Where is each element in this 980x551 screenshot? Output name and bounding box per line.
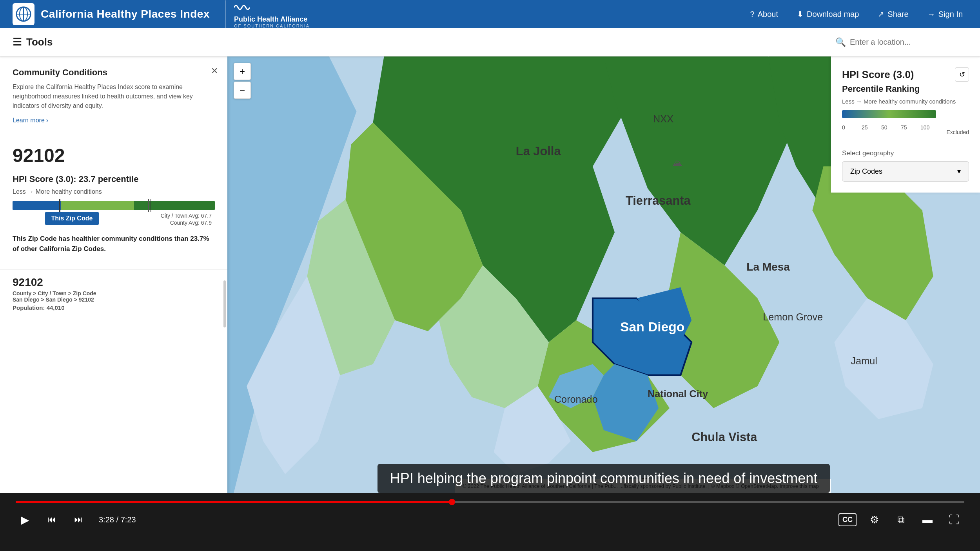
svg-text:Jamul: Jamul bbox=[851, 355, 877, 366]
percentile-label: Percentile Ranking bbox=[842, 84, 969, 94]
play-button[interactable]: ▶ bbox=[16, 510, 34, 529]
logo-area: California Healthy Places Index bbox=[13, 3, 210, 25]
svg-text:⛰: ⛰ bbox=[672, 157, 682, 168]
logo-text: California Healthy Places Index bbox=[41, 8, 210, 20]
score-bar-container: This Zip Code City / Town Avg: 67.7 Coun… bbox=[13, 201, 215, 210]
signin-label: Sign In bbox=[938, 10, 963, 19]
pha-name: Public Health Alliance bbox=[234, 15, 307, 24]
search-icon: 🔍 bbox=[835, 37, 846, 47]
close-button[interactable]: ✕ bbox=[211, 66, 218, 76]
progress-fill bbox=[16, 501, 452, 503]
scroll-indicator bbox=[223, 280, 226, 327]
captions-button[interactable]: CC bbox=[837, 509, 858, 530]
score-marker bbox=[59, 199, 60, 212]
controls-row: ▶ ⏮ ⏭ 3:28 / 7:23 CC ⚙ ⧉ ▬ ⛶ bbox=[16, 509, 964, 530]
search-area[interactable]: 🔍 bbox=[835, 37, 967, 47]
pha-sub: OF SOUTHERN CALIFORNIA bbox=[234, 24, 310, 28]
legend-numbers: 0 25 50 75 100 bbox=[842, 124, 945, 131]
svg-text:NXX: NXX bbox=[653, 113, 673, 124]
legend-description: Less → More healthy community conditions bbox=[842, 98, 969, 105]
location-breadcrumb: County > City / Town > Zip Code San Dieg… bbox=[13, 290, 215, 303]
logo-icon bbox=[13, 3, 34, 25]
healthier-desc: This Zip Code has healthier community co… bbox=[13, 234, 215, 254]
time-display: 3:28 / 7:23 bbox=[99, 515, 136, 524]
community-card: Community Conditions Explore the Califor… bbox=[0, 56, 227, 135]
download-map-nav-item[interactable]: ⬇ Download map bbox=[792, 6, 864, 22]
sign-in-nav-item[interactable]: → Sign In bbox=[923, 7, 967, 22]
refresh-button[interactable]: ↺ bbox=[955, 67, 969, 82]
miniplayer-button[interactable]: ⧉ bbox=[891, 509, 911, 530]
top-navigation: California Healthy Places Index Public H… bbox=[0, 0, 980, 28]
population-info: Population: 44,010 bbox=[13, 304, 215, 311]
svg-text:San Diego: San Diego bbox=[620, 320, 684, 334]
chevron-right-icon: › bbox=[46, 117, 48, 124]
right-controls: CC ⚙ ⧉ ▬ ⛶ bbox=[837, 509, 964, 530]
score-bar bbox=[13, 201, 215, 210]
bottom-zipcode-number: 92102 bbox=[13, 276, 215, 289]
svg-text:Lemon Grove: Lemon Grove bbox=[763, 311, 823, 322]
left-panel: Community Conditions Explore the Califor… bbox=[0, 56, 227, 551]
main-area: Community Conditions Explore the Califor… bbox=[0, 56, 980, 551]
community-title: Community Conditions bbox=[13, 67, 215, 78]
bottom-zipcode-info: 92102 County > City / Town > Zip Code Sa… bbox=[0, 269, 227, 317]
zoom-out-button[interactable]: − bbox=[234, 82, 251, 99]
svg-text:La Jolla: La Jolla bbox=[516, 144, 561, 158]
learn-more-link[interactable]: Learn more › bbox=[13, 117, 215, 124]
signin-icon: → bbox=[927, 10, 935, 19]
tools-label: ☰ Tools bbox=[13, 36, 53, 48]
settings-button[interactable]: ⚙ bbox=[864, 509, 884, 530]
svg-text:La Mesa: La Mesa bbox=[746, 261, 790, 273]
county-avg-line bbox=[151, 199, 151, 212]
cc-icon: CC bbox=[838, 513, 857, 526]
tools-text: Tools bbox=[26, 36, 53, 48]
download-icon: ⬇ bbox=[797, 9, 804, 19]
map-controls: + − bbox=[234, 63, 251, 100]
download-map-label: Download map bbox=[807, 10, 859, 19]
svg-text:Chula Vista: Chula Vista bbox=[691, 430, 757, 444]
city-avg-line bbox=[148, 199, 149, 212]
share-icon: ↗ bbox=[878, 9, 884, 19]
city-avg-label: City / Town Avg: 67.7 bbox=[161, 213, 212, 219]
zoom-in-button[interactable]: + bbox=[234, 63, 251, 80]
progress-bar[interactable] bbox=[16, 501, 964, 503]
progress-dot bbox=[449, 499, 455, 505]
caption-text: HPI helping the program pinpoint communi… bbox=[377, 464, 830, 493]
pha-logo: Public Health Alliance OF SOUTHERN CALIF… bbox=[225, 0, 310, 28]
search-input[interactable] bbox=[850, 38, 967, 47]
hamburger-icon[interactable]: ☰ bbox=[13, 36, 22, 48]
chevron-down-icon: ▾ bbox=[957, 167, 961, 176]
this-zipcode-bubble: This Zip Code bbox=[45, 212, 99, 225]
tools-bar: ☰ Tools 🔍 bbox=[0, 28, 980, 56]
zipcode-number: 92102 bbox=[13, 145, 215, 166]
question-icon: ? bbox=[750, 10, 755, 19]
right-panel: HPI Score (3.0) ↺ Percentile Ranking Les… bbox=[831, 56, 980, 193]
geography-dropdown[interactable]: Zip Codes ▾ bbox=[842, 161, 969, 182]
share-label: Share bbox=[887, 10, 908, 19]
dropdown-value: Zip Codes bbox=[850, 167, 882, 176]
hpi-score-panel-title: HPI Score (3.0) ↺ bbox=[842, 67, 969, 82]
select-geography-label: Select geography bbox=[842, 149, 969, 157]
video-caption: HPI helping the program pinpoint communi… bbox=[227, 464, 980, 493]
less-more-label: Less → More healthy conditions bbox=[13, 188, 215, 195]
svg-text:National City: National City bbox=[648, 388, 708, 399]
fullscreen-button[interactable]: ⛶ bbox=[944, 509, 964, 530]
share-nav-item[interactable]: ↗ Share bbox=[873, 6, 913, 22]
excluded-label: Excluded bbox=[946, 129, 969, 135]
legend-bar bbox=[842, 110, 936, 118]
video-controls: ▶ ⏮ ⏭ 3:28 / 7:23 CC ⚙ ⧉ ▬ ⛶ bbox=[0, 493, 980, 551]
community-desc: Explore the California Healthy Places In… bbox=[13, 82, 215, 111]
theater-button[interactable]: ▬ bbox=[917, 509, 938, 530]
about-label: About bbox=[758, 10, 778, 19]
county-avg-label: County Avg: 67.9 bbox=[170, 220, 212, 226]
svg-text:Coronado: Coronado bbox=[554, 394, 598, 405]
svg-text:Tierrasanta: Tierrasanta bbox=[626, 194, 691, 207]
map-area[interactable]: La Jolla NXX Tierrasanta La Mesa Lemon G… bbox=[227, 56, 980, 551]
zipcode-section: 92102 HPI Score (3.0): 23.7 percentile L… bbox=[0, 135, 227, 269]
skip-back-button[interactable]: ⏮ bbox=[42, 510, 61, 529]
about-nav-item[interactable]: ? About bbox=[746, 7, 783, 22]
hpi-score-label: HPI Score (3.0): 23.7 percentile bbox=[13, 174, 215, 184]
skip-forward-button[interactable]: ⏭ bbox=[69, 510, 88, 529]
